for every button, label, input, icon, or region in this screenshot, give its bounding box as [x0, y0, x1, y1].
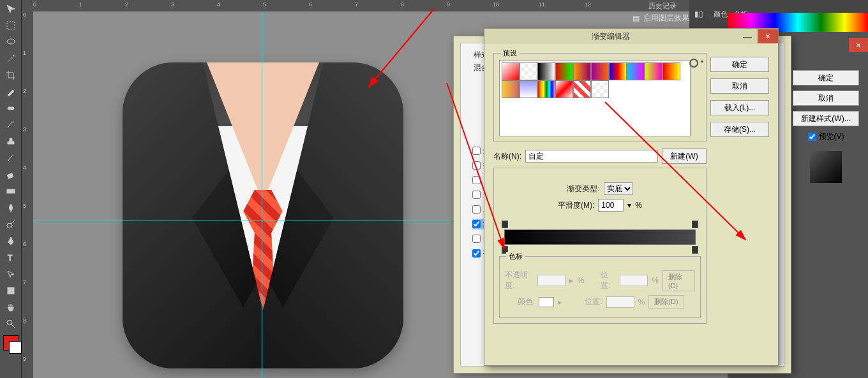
new-style-button[interactable]: 新建样式(W)...: [793, 111, 859, 126]
gradient-preset[interactable]: [609, 62, 627, 80]
opacity-input: [537, 275, 565, 286]
save-button[interactable]: 存储(S)...: [710, 122, 769, 137]
presets-legend: 预设: [500, 48, 520, 58]
name-input[interactable]: [525, 150, 658, 163]
svg-rect-7: [8, 287, 14, 294]
name-row: 名称(N): 新建(W): [493, 149, 707, 164]
hand-tool[interactable]: [3, 300, 19, 315]
history-brush-tool[interactable]: [3, 150, 19, 166]
smoothness-row: 平滑度(M): ▾ %: [499, 199, 701, 212]
svg-rect-3: [7, 173, 13, 178]
gradient-preset[interactable]: [537, 62, 555, 80]
svg-rect-4: [7, 189, 15, 193]
smoothness-input[interactable]: [598, 199, 624, 212]
gradient-preset[interactable]: [555, 80, 573, 98]
shape-tool[interactable]: [3, 283, 19, 298]
gradient-preset[interactable]: [591, 62, 609, 80]
gradient-preset[interactable]: [520, 80, 537, 98]
color-well: [539, 297, 554, 307]
gradient-editor-body: 预设 名称(N): 新建(W) 渐变类型: 实底 平滑度(M): ▾ %: [484, 44, 778, 365]
ok-button[interactable]: 确定: [710, 57, 769, 72]
lasso-tool[interactable]: [3, 34, 19, 50]
stops-fieldset: 色标 不透明度: ▸ % 位置: % 删除(D) 颜色: ▸ 位置:: [499, 256, 701, 318]
path-select-tool[interactable]: [3, 266, 19, 282]
pos-unit: %: [652, 276, 659, 285]
gradient-preset[interactable]: [520, 62, 537, 80]
guide-vertical[interactable]: [262, 11, 262, 378]
smoothness-unit: %: [635, 201, 642, 210]
wand-tool[interactable]: [3, 51, 19, 66]
gradient-preset[interactable]: [627, 62, 645, 80]
opacity-stop-right[interactable]: [692, 221, 698, 228]
pen-tool[interactable]: [3, 233, 19, 249]
svg-rect-2: [8, 107, 14, 110]
ok-button[interactable]: 确定: [793, 70, 859, 85]
svg-point-1: [7, 39, 15, 44]
pos-unit-2: %: [638, 298, 645, 307]
opacity-stop-row: 不透明度: ▸ % 位置: % 删除(D): [505, 270, 695, 291]
preview-checkbox[interactable]: 预览(V): [793, 131, 859, 142]
type-select[interactable]: 实底: [604, 182, 633, 195]
stops-legend: 色标: [506, 252, 525, 261]
colors-tab[interactable]: 颜色: [714, 10, 728, 19]
opacity-stop-left[interactable]: [502, 221, 508, 228]
svg-point-8: [7, 320, 12, 325]
toolbox: T: [0, 0, 22, 378]
gradient-preset[interactable]: [662, 62, 680, 80]
opacity-pos-input: [620, 275, 648, 286]
gradient-bar[interactable]: [499, 218, 701, 256]
gradient-editor-title: 渐变编辑器: [484, 31, 737, 42]
cancel-button[interactable]: 取消: [793, 91, 859, 106]
color-pos-input: [606, 296, 634, 308]
type-row: 渐变类型: 实底: [499, 182, 701, 195]
gradient-editor-titlebar[interactable]: 渐变编辑器 — ×: [484, 29, 778, 44]
preset-grid[interactable]: [499, 60, 691, 136]
gradient-preset[interactable]: [645, 62, 662, 80]
dodge-tool[interactable]: [3, 217, 19, 232]
gradient-preset[interactable]: [573, 62, 591, 80]
gradient-preset[interactable]: [591, 80, 609, 98]
eyedropper-tool[interactable]: [3, 84, 19, 99]
eraser-tool[interactable]: [3, 167, 19, 182]
zoom-tool[interactable]: [3, 316, 19, 331]
color-stop-row: 颜色: ▸ 位置: % 删除(D): [505, 295, 695, 309]
close-button[interactable]: ×: [849, 38, 868, 52]
brush-tool[interactable]: [3, 117, 19, 133]
gradient-editor-buttons: 确定 取消 载入(L)... 存储(S)...: [710, 57, 769, 137]
gradient-preset[interactable]: [555, 62, 573, 80]
smoothness-label: 平滑度(M):: [558, 200, 594, 211]
type-label: 渐变类型:: [567, 184, 599, 194]
crop-tool[interactable]: [3, 68, 19, 83]
minimize-button[interactable]: —: [737, 29, 758, 43]
gradient-preset[interactable]: [573, 80, 591, 98]
load-button[interactable]: 载入(L)...: [710, 100, 769, 115]
document-icon: ▤: [632, 14, 640, 23]
dropdown-icon[interactable]: ▾: [627, 201, 631, 210]
history-panel-tab[interactable]: 历史记录: [648, 0, 677, 11]
delete-color-stop-button: 删除(D): [648, 295, 684, 309]
preview-checkbox-input[interactable]: [808, 133, 816, 141]
marquee-tool[interactable]: [3, 18, 19, 33]
color-stop-right[interactable]: [692, 246, 698, 254]
new-gradient-button[interactable]: 新建(W): [662, 149, 707, 164]
gradient-settings-fieldset: 渐变类型: 实底 平滑度(M): ▾ % 色标: [493, 168, 707, 324]
panel-dock-icon[interactable]: ▮▯: [694, 10, 703, 18]
heal-tool[interactable]: [3, 101, 19, 116]
gradient-editor-left: 预设 名称(N): 新建(W) 渐变类型: 实底 平滑度(M): ▾ %: [493, 53, 707, 330]
stamp-tool[interactable]: [3, 134, 19, 149]
foreground-background-color[interactable]: [3, 335, 19, 351]
blur-tool[interactable]: [3, 200, 19, 215]
gradient-editor-dialog: 渐变编辑器 — × 预设 名称(N): 新建(W) 渐变类型: 实底 平: [484, 28, 779, 366]
gradient-preset[interactable]: [537, 80, 555, 98]
gradient-tool[interactable]: [3, 184, 19, 199]
move-tool[interactable]: [3, 1, 19, 17]
gradient-preset[interactable]: [502, 80, 520, 98]
presets-menu-icon[interactable]: [689, 59, 698, 68]
history-entry[interactable]: ▤ 启用图层效果: [632, 13, 689, 24]
gradient-preview-bar[interactable]: [504, 229, 696, 245]
gradient-preset[interactable]: [502, 62, 520, 80]
suit-artwork: [123, 62, 403, 368]
close-button[interactable]: ×: [758, 29, 778, 43]
type-tool[interactable]: T: [3, 250, 19, 265]
cancel-button[interactable]: 取消: [710, 78, 769, 94]
